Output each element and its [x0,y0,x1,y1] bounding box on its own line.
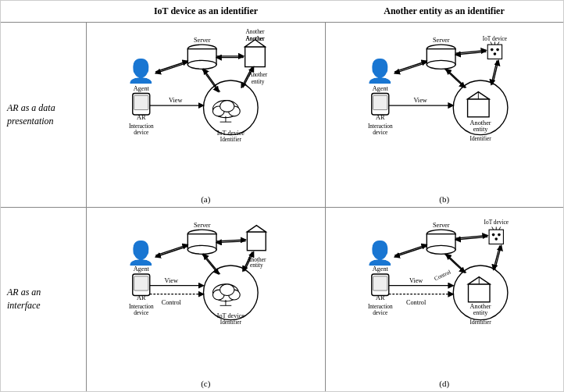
caption-c: (c) [87,379,325,388]
iot-small-b [487,45,502,59]
entity-box-d [468,283,490,301]
agent-icon-b: 👤 [366,57,394,85]
arrow-server-agent-a [155,62,187,73]
diagram-cell-a: 👤 Agent AR Interaction device Server [87,23,326,207]
another-entity-label-a-full2: entity [252,78,265,85]
ar-label-b: AR [376,114,385,121]
identifier-label-c: Identifier [220,319,242,326]
iot-dot2-d [498,233,501,236]
arrow-entity-server-b [446,69,466,87]
server-label-c: Server [194,221,211,228]
arrow-entity-iot-d [494,245,501,269]
ar-label-d: AR [376,294,385,301]
agent-icon-c: 👤 [127,238,155,266]
ar-label-c: AR [137,294,146,301]
iot-label-b: IoT device [482,35,506,42]
arrow-server-iot-a [202,69,219,91]
iot-dot1-d [491,233,494,236]
another-entity-icon-a [245,47,266,67]
agent-icon-d: 👤 [366,238,394,266]
control-diagonal-d: Control [433,268,452,282]
iot-dot1-b [490,48,493,52]
header-col2: Another entity as an identifier [325,4,563,19]
header-col1: IoT device as an identifier [87,4,325,19]
main-container: IoT device as an identifier Another enti… [0,0,564,392]
row-1-cells: 👤 Agent AR Interaction device Server [87,23,563,207]
row-1: AR as a datapresentation 👤 Agent AR Inte… [1,23,563,208]
arrow-agent-server-d [394,244,427,255]
another-entity-label-a-1: Another [245,35,265,42]
interaction-label-a2: device [134,129,148,136]
arrow-server-entity-b [444,69,465,87]
iot-small-d [489,230,503,244]
diagram-svg-d: 👤 Agent AR Interaction device Server [329,214,561,343]
diagram-svg-a: 👤 Agent AR Interaction device Server [90,29,322,158]
diagram-svg-b: 👤 Agent AR Interaction device Server [329,29,561,158]
another-entity-inner-d2: entity [473,309,488,316]
caption-a: (a) [87,194,325,204]
another-entity-icon-c [247,231,266,250]
arrow-agent-server-b [394,61,427,72]
view-label-a: View [169,97,182,104]
content-area: AR as a datapresentation 👤 Agent AR Inte… [1,23,563,391]
agent-label-c: Agent [134,265,150,273]
arrow-agent-server-a [155,61,187,72]
view-label-d: View [409,277,422,284]
diagram-cell-b: 👤 Agent AR Interaction device Server [326,23,564,207]
agent-label-a: Agent [134,85,150,92]
arrow-server-agent-b [394,62,427,73]
caption-b: (b) [326,194,564,204]
server-bottom-d [427,245,455,254]
cloud-top-c [220,283,234,295]
control-label-d: Control [405,298,426,305]
server-bottom-a [187,60,216,69]
arrow-server-agent-d [394,246,427,257]
header-row: IoT device as an identifier Another enti… [1,1,563,23]
ar-screen-d [373,276,387,290]
another-entity-label-c2: entity [250,261,263,268]
ar-label-a: AR [137,114,146,121]
iot-label-d: IoT device [484,218,508,225]
view-label-b: View [413,97,427,104]
diagram-svg-c: 👤 Agent AR Interaction device Server [90,214,322,343]
another-entity-inner-label-b2: entity [473,126,488,133]
server-bottom-b [427,60,455,69]
iot-dot3-d [494,237,498,241]
arrow-iot-server-c [204,254,220,274]
entity-box-b [467,99,489,117]
arrow-agent-server-c [155,244,187,255]
row-label-1: AR as a datapresentation [1,23,87,207]
iot-pin1-b [490,42,491,45]
server-label-a: Server [194,37,211,44]
ar-screen-c [134,276,148,290]
row-2-cells: 👤 Agent AR Interaction device Server [87,208,563,392]
server-bottom-c [187,245,216,254]
interaction-label-b2: device [373,129,387,136]
arrow-iot-entity-d [493,245,499,269]
ar-screen-a [134,95,148,109]
agent-label-d: Agent [372,265,388,273]
identifier-label-b: Identifier [469,135,491,142]
diagram-cell-c: 👤 Agent AR Interaction device Server [87,208,326,392]
header-spacer [1,4,87,19]
cloud-top-a [220,101,234,112]
iot-pin3-b [498,42,499,45]
server-label-d: Server [432,221,449,228]
iot-dot2-b [496,48,499,52]
identifier-label-a: Identifier [220,136,242,143]
agent-label-b: Agent [372,85,388,92]
caption-d: (d) [326,379,564,388]
row-label-2: AR as aninterface [1,208,87,392]
row-2: AR as aninterface 👤 Agent [1,208,563,392]
arrow-server-iot-c [202,254,219,274]
diagram-cell-d: 👤 Agent AR Interaction device Server [326,208,564,392]
view-label-c: View [165,277,178,284]
interaction-label-c2: device [134,309,148,316]
iot-dot3-b [493,52,496,55]
control-label-c: Control [162,298,182,305]
arrow-server-agent-c [155,246,187,257]
identifier-label-d: Identifier [469,319,491,326]
ar-screen-b [373,95,387,109]
agent-icon-a: 👤 [127,57,155,85]
arrow-iot-entity-b [491,60,496,84]
